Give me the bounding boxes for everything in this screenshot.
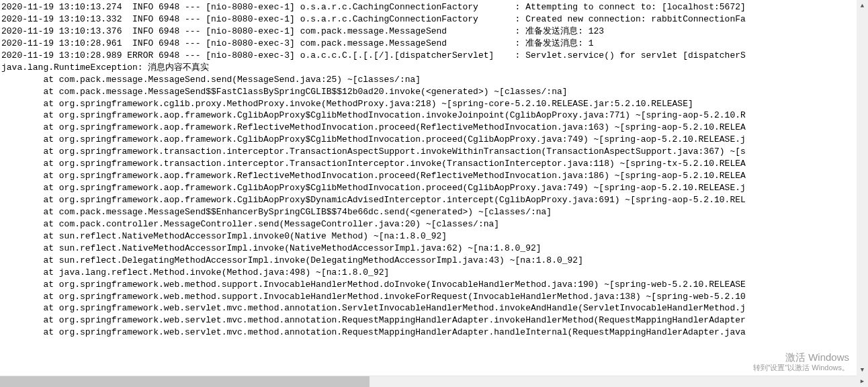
stack-frame-16: at java.lang.reflect.Method.invoke(Metho… — [1, 267, 868, 279]
stack-frame-4: at org.springframework.aop.framework.Ref… — [1, 122, 868, 134]
stack-frame-17: at org.springframework.web.method.suppor… — [1, 279, 868, 291]
log-output[interactable]: 2020-11-19 13:10:13.274 INFO 6948 --- [n… — [0, 0, 868, 376]
stack-frame-7: at org.springframework.transaction.inter… — [1, 158, 868, 170]
log-line-header-4: 2020-11-19 13:10:28.989 ERROR 6948 --- [… — [1, 50, 868, 62]
log-line-header-1: 2020-11-19 13:10:13.332 INFO 6948 --- [n… — [1, 13, 868, 26]
stack-frame-2: at org.springframework.cglib.proxy.Metho… — [1, 98, 868, 110]
stack-frame-5: at org.springframework.aop.framework.Cgl… — [1, 134, 868, 146]
stack-frame-0: at com.pack.message.MessageSend.send(Mes… — [1, 74, 868, 86]
stack-frame-12: at com.pack.controller.MessageController… — [1, 218, 868, 230]
stack-frame-19: at org.springframework.web.servlet.mvc.m… — [1, 302, 868, 314]
log-line-header-2: 2020-11-19 13:10:13.376 INFO 6948 --- [n… — [1, 26, 868, 38]
stack-frame-18: at org.springframework.web.method.suppor… — [1, 291, 868, 303]
scroll-right-arrow-icon[interactable]: ▶ — [857, 376, 868, 387]
stack-frame-21: at org.springframework.web.servlet.mvc.m… — [1, 327, 868, 339]
stack-frame-9: at org.springframework.aop.framework.Cgl… — [1, 182, 868, 194]
stack-frame-3: at org.springframework.aop.framework.Cgl… — [1, 110, 868, 122]
vertical-scrollbar[interactable]: ▲ ▼ — [857, 0, 868, 376]
stack-frame-20: at org.springframework.web.servlet.mvc.m… — [1, 314, 868, 327]
stack-frame-8: at org.springframework.aop.framework.Ref… — [1, 170, 868, 182]
stack-frame-14: at sun.reflect.NativeMethodAccessorImpl.… — [1, 243, 868, 255]
stack-frame-1: at com.pack.message.MessageSend$$FastCla… — [1, 86, 868, 98]
stack-frame-10: at org.springframework.aop.framework.Cgl… — [1, 194, 868, 206]
log-line-header-0: 2020-11-19 13:10:13.274 INFO 6948 --- [n… — [1, 1, 868, 13]
stack-frame-11: at com.pack.message.MessageSend$$Enhance… — [1, 206, 868, 218]
stack-frame-13: at sun.reflect.NativeMethodAccessorImpl.… — [1, 230, 868, 243]
horizontal-scrollbar-thumb[interactable] — [0, 376, 370, 387]
stack-frame-15: at sun.reflect.DelegatingMethodAccessorI… — [1, 255, 868, 267]
scroll-down-arrow-icon[interactable]: ▼ — [857, 364, 868, 376]
scroll-up-arrow-icon[interactable]: ▲ — [857, 0, 868, 11]
stack-frame-6: at org.springframework.transaction.inter… — [1, 146, 868, 158]
exception-header: java.lang.RuntimeException: 消息内容不真实 — [1, 62, 868, 74]
log-line-header-3: 2020-11-19 13:10:28.961 INFO 6948 --- [n… — [1, 38, 868, 50]
horizontal-scrollbar[interactable]: ▶ — [0, 376, 857, 387]
